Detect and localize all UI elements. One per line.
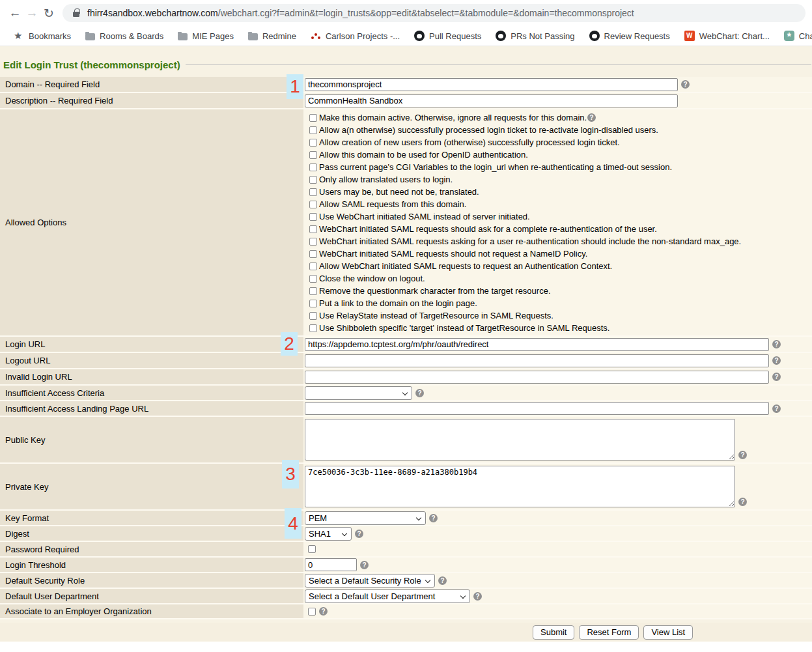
checkbox[interactable] [309, 151, 317, 159]
bookmark-item[interactable]: Pull Requests [407, 31, 488, 41]
checkbox[interactable] [309, 250, 317, 258]
checkbox[interactable] [309, 139, 317, 147]
checkbox[interactable] [309, 287, 317, 295]
bookmark-item[interactable]: Rooms & Boards [78, 31, 171, 41]
help-icon[interactable] [355, 530, 363, 538]
help-icon[interactable] [772, 340, 781, 348]
allowed-option-row[interactable]: Make this domain active. Otherwise, igno… [309, 111, 741, 124]
allowed-option-row[interactable]: Use WebChart initiated SAML instead of s… [309, 210, 741, 223]
help-icon[interactable] [738, 451, 747, 459]
checkbox[interactable] [309, 324, 317, 332]
invalid-login-url-input[interactable] [305, 371, 769, 384]
allowed-option-row[interactable]: WebChart initiated SAML requests asking … [309, 235, 741, 248]
allowed-option-row[interactable]: Remove the questionmark character from t… [309, 285, 741, 297]
bookmark-label: Review Requests [604, 31, 670, 41]
form-row-default-security-role: Default Security Role Select a Default S… [0, 573, 812, 589]
folder-icon [248, 33, 258, 40]
help-icon[interactable] [360, 561, 369, 569]
address-bar[interactable]: fhirr4sandbox.webchartnow.com/webchart.c… [63, 4, 805, 22]
insufficient-access-landing-input[interactable] [305, 402, 769, 415]
logout-url-input[interactable] [305, 354, 769, 367]
allowed-option-row[interactable]: Use RelayState instead of TargetResource… [309, 309, 741, 322]
bookmark-item[interactable]: ChatGPT [777, 31, 812, 41]
bookmark-label: Rooms & Boards [100, 31, 163, 41]
checkbox[interactable] [309, 176, 317, 184]
reload-icon[interactable]: ↻ [40, 6, 57, 21]
private-key-textarea[interactable]: 7ce50036-3c3b-11ee-8689-a21a380b19b4 [305, 466, 735, 507]
bookmark-item[interactable]: Review Requests [582, 31, 677, 41]
checkbox[interactable] [309, 163, 317, 171]
submit-button[interactable]: Submit [533, 625, 574, 640]
password-required-checkbox[interactable] [308, 545, 316, 553]
public-key-textarea[interactable] [305, 419, 735, 461]
bookmark-item[interactable]: WebChart: Chart... [677, 31, 777, 41]
view-list-button[interactable]: View List [643, 625, 693, 640]
help-icon[interactable] [681, 80, 690, 89]
login-url-input[interactable] [305, 338, 769, 351]
checkbox[interactable] [309, 262, 317, 270]
checkbox[interactable] [309, 213, 317, 221]
header-rule [186, 64, 811, 65]
allowed-option-row[interactable]: Use Shibboleth specific 'target' instead… [309, 322, 741, 334]
allowed-option-row[interactable]: WebChart initiated SAML requests should … [309, 223, 741, 235]
allowed-option-row[interactable]: Allow WebChart initiated SAML requests t… [309, 260, 741, 272]
allowed-option-row[interactable]: Put a link to the domain on the login pa… [309, 297, 741, 309]
help-icon[interactable] [772, 356, 781, 365]
help-icon[interactable] [473, 592, 482, 601]
allowed-option-row[interactable]: Allow SAML requests from this domain. [309, 198, 741, 210]
bookmark-label: Bookmarks [29, 31, 71, 41]
page-content: Edit Login Trust (thecommonsproject) 1 2… [0, 46, 812, 642]
checkbox[interactable] [309, 275, 317, 283]
allowed-option-row[interactable]: Pass current page's CGI Variables to the… [309, 161, 741, 173]
digest-select[interactable]: SHA1 [305, 527, 352, 541]
bookmark-item[interactable]: Carlson Projects -... [303, 31, 407, 41]
description-input[interactable] [305, 94, 678, 107]
checkbox[interactable] [309, 188, 317, 196]
webchart-icon [684, 31, 695, 41]
bookmark-item[interactable]: MIE Pages [171, 31, 241, 41]
allowed-option-row[interactable]: Allow a(n otherwise) successfully proces… [309, 124, 741, 136]
bookmark-item[interactable]: Bookmarks [7, 31, 78, 41]
insufficient-access-criteria-select[interactable] [305, 386, 412, 400]
help-icon[interactable] [587, 113, 596, 122]
field-label: Public Key [0, 417, 303, 462]
default-security-role-select[interactable]: Select a Default Security Role [305, 574, 435, 588]
help-icon[interactable] [738, 498, 747, 506]
bookmark-item[interactable]: PRs Not Passing [488, 31, 581, 41]
checkbox[interactable] [309, 201, 317, 208]
employer-organization-checkbox[interactable] [308, 608, 316, 616]
checkbox[interactable] [309, 114, 317, 122]
allowed-option-row[interactable]: Only allow translated users to login. [309, 173, 741, 186]
reset-form-button[interactable]: Reset Form [579, 625, 639, 640]
padlock-icon[interactable] [73, 12, 79, 17]
help-icon[interactable] [772, 404, 781, 413]
help-icon[interactable] [415, 389, 424, 397]
allowed-option-row[interactable]: Close the window on logout. [309, 272, 741, 285]
login-threshold-input[interactable] [305, 558, 357, 571]
help-icon[interactable] [429, 514, 438, 522]
default-user-department-select[interactable]: Select a Default User Department [305, 589, 470, 603]
help-icon[interactable] [772, 373, 781, 381]
bookmark-label: ChatGPT [799, 31, 812, 41]
field-label: Login URL [0, 337, 303, 352]
key-format-select[interactable]: PEM [305, 511, 426, 525]
checkbox[interactable] [309, 126, 317, 134]
help-icon[interactable] [319, 607, 328, 616]
domain-input[interactable] [305, 78, 678, 91]
checkbox[interactable] [309, 238, 317, 246]
allowed-option-row[interactable]: WebChart initiated SAML requests should … [309, 248, 741, 260]
checkbox[interactable] [309, 225, 317, 233]
allowed-option-row[interactable]: Users may be, but need not be, translate… [309, 186, 741, 198]
allowed-option-row[interactable]: Allow creation of new users from (otherw… [309, 136, 741, 149]
checkbox[interactable] [309, 300, 317, 307]
back-icon[interactable]: ← [7, 6, 23, 20]
form-row-login-threshold: Login Threshold [0, 558, 812, 573]
folder-icon [178, 33, 188, 40]
bookmark-item[interactable]: Redmine [241, 31, 303, 41]
allowed-option-row[interactable]: Allow this domain to be used for OpenID … [309, 149, 741, 161]
forward-icon[interactable]: → [23, 6, 40, 20]
allowed-option-label: WebChart initiated SAML requests should … [319, 224, 657, 234]
allowed-option-label: Allow SAML requests from this domain. [319, 199, 466, 209]
checkbox[interactable] [309, 312, 317, 320]
help-icon[interactable] [438, 576, 447, 585]
